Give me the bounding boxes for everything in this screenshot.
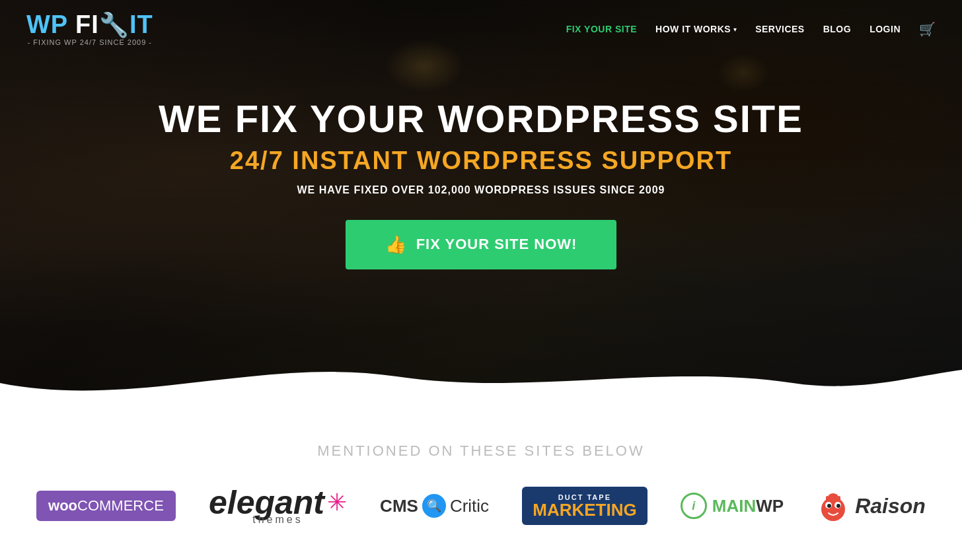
main-text: MAIN xyxy=(712,496,756,516)
nav-item-how-it-works[interactable]: HOW IT WORKS ▾ xyxy=(655,24,737,34)
themes-text: themes xyxy=(252,514,303,526)
logo-elegant-themes[interactable]: elegant ✳ themes xyxy=(209,486,347,526)
cms-text: CMS xyxy=(380,496,418,516)
duct-tape-marketing-logo: DUCT TAPE MARKETING xyxy=(522,487,647,525)
cms-search-icon: 🔍 xyxy=(422,494,446,518)
raison-logo: Raison xyxy=(817,489,926,522)
logo-woocommerce[interactable]: wooCOMMERCE xyxy=(36,491,176,521)
nav-link-login[interactable]: LOGIN xyxy=(870,24,901,34)
woocommerce-logo: wooCOMMERCE xyxy=(36,491,176,521)
logo-mainwp[interactable]: MAINWP xyxy=(681,493,784,519)
nav-item-fix-your-site[interactable]: FIX YOUR SITE xyxy=(566,23,637,35)
woo-text: woo xyxy=(48,497,77,514)
nav-cart[interactable]: 🛒 xyxy=(919,21,936,37)
logo-raison[interactable]: Raison xyxy=(817,489,926,522)
cta-label: FIX YOUR SITE NOW! xyxy=(416,236,577,253)
elegant-themes-logo: elegant ✳ themes xyxy=(209,486,347,526)
wp-text: WP xyxy=(756,496,784,516)
critic-text: Critic xyxy=(450,496,489,516)
nav-link-services[interactable]: SERVICES xyxy=(755,24,805,34)
nav-item-services[interactable]: SERVICES xyxy=(755,23,805,35)
cart-icon[interactable]: 🛒 xyxy=(919,22,936,36)
raison-monster-icon xyxy=(817,489,850,522)
navbar: WP FI🔧IT - FIXING WP 24/7 SINCE 2009 - F… xyxy=(0,0,962,58)
site-logo[interactable]: WP FI🔧IT - FIXING WP 24/7 SINCE 2009 - xyxy=(26,12,153,46)
chevron-down-icon: ▾ xyxy=(733,26,737,33)
nav-link-blog[interactable]: BLOG xyxy=(823,24,851,34)
hero-desc: WE HAVE FIXED OVER 102,000 WORDPRESS ISS… xyxy=(297,184,665,196)
thumbs-up-icon: 👍 xyxy=(385,234,407,255)
logo-duct-tape-marketing[interactable]: DUCT TAPE MARKETING xyxy=(522,487,647,525)
cta-button[interactable]: 👍 FIX YOUR SITE NOW! xyxy=(346,220,617,269)
nav-item-blog[interactable]: BLOG xyxy=(823,23,851,35)
social-proof-title: MENTIONED ON THESE SITES BELOW xyxy=(26,442,936,460)
svg-point-5 xyxy=(828,493,838,501)
svg-point-4 xyxy=(836,504,840,508)
raison-text: Raison xyxy=(855,494,926,518)
nav-item-login[interactable]: LOGIN xyxy=(870,23,901,35)
hero-section: WP FI🔧IT - FIXING WP 24/7 SINCE 2009 - F… xyxy=(0,0,962,409)
mainwp-text: MAINWP xyxy=(712,496,784,516)
svg-point-3 xyxy=(827,504,831,508)
hero-content: WE FIX YOUR WORDPRESS SITE 24/7 INSTANT … xyxy=(0,58,962,269)
star-icon: ✳ xyxy=(327,489,347,516)
wave-divider xyxy=(0,357,962,409)
hero-title: WE FIX YOUR WORDPRESS SITE xyxy=(159,98,803,140)
mainwp-icon xyxy=(681,493,707,519)
commerce-text: COMMERCE xyxy=(77,497,164,514)
logo-subtitle: - FIXING WP 24/7 SINCE 2009 - xyxy=(26,38,153,46)
logo-it: IT xyxy=(130,11,153,38)
svg-rect-7 xyxy=(838,496,840,501)
mainwp-logo: MAINWP xyxy=(681,493,784,519)
nav-menu: FIX YOUR SITE HOW IT WORKS ▾ SERVICES BL… xyxy=(566,21,936,37)
logo-wp: WP xyxy=(26,11,68,38)
logo-cms-critic[interactable]: CMS 🔍 Critic xyxy=(380,494,489,518)
logo-wrench-icon: 🔧 xyxy=(99,11,130,38)
marketing-text: MARKETING xyxy=(533,501,636,518)
svg-rect-6 xyxy=(826,496,829,501)
social-proof-section: MENTIONED ON THESE SITES BELOW wooCOMMER… xyxy=(0,409,962,552)
nav-link-how-it-works[interactable]: HOW IT WORKS xyxy=(655,24,731,34)
nav-link-fix-your-site[interactable]: FIX YOUR SITE xyxy=(566,24,637,34)
hero-subtitle: 24/7 INSTANT WORDPRESS SUPPORT xyxy=(230,147,732,175)
partner-logos-row: wooCOMMERCE elegant ✳ themes CMS 🔍 Criti… xyxy=(26,486,936,526)
cms-critic-logo: CMS 🔍 Critic xyxy=(380,494,489,518)
logo-fix-text: FI xyxy=(75,11,99,38)
